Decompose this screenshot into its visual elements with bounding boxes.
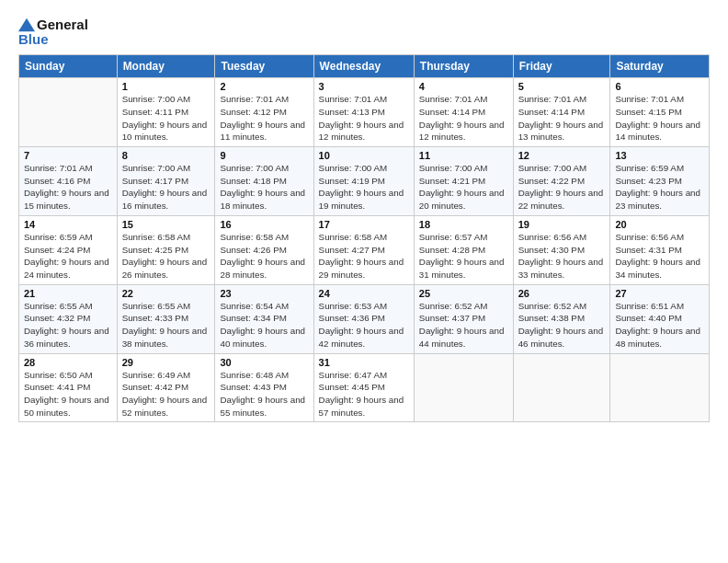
day-info: Sunrise: 6:57 AMSunset: 4:28 PMDaylight:… [419,231,508,282]
day-info: Sunrise: 6:48 AMSunset: 4:43 PMDaylight:… [220,369,308,419]
day-number: 4 [419,81,508,92]
calendar-cell: 12Sunrise: 7:00 AMSunset: 4:22 PMDayligh… [513,147,610,216]
day-number: 8 [122,150,210,161]
day-number: 10 [319,150,409,161]
logo-blue: Blue [18,31,49,47]
day-info: Sunrise: 6:56 AMSunset: 4:30 PMDaylight:… [518,231,606,282]
calendar-cell: 7Sunrise: 7:01 AMSunset: 4:16 PMDaylight… [19,147,118,216]
day-info: Sunrise: 6:58 AMSunset: 4:26 PMDaylight:… [220,231,308,282]
calendar-cell: 5Sunrise: 7:01 AMSunset: 4:14 PMDaylight… [513,78,610,147]
svg-marker-0 [18,18,35,31]
day-number: 29 [122,357,210,368]
calendar-week-2: 7Sunrise: 7:01 AMSunset: 4:16 PMDaylight… [19,147,710,216]
day-info: Sunrise: 6:53 AMSunset: 4:36 PMDaylight:… [319,300,409,350]
calendar-cell [513,353,610,422]
day-number: 26 [518,288,606,299]
day-info: Sunrise: 7:00 AMSunset: 4:11 PMDaylight:… [122,93,210,144]
day-number: 28 [24,357,112,368]
calendar-cell: 30Sunrise: 6:48 AMSunset: 4:43 PMDayligh… [215,353,313,422]
header-friday: Friday [513,55,610,78]
calendar-cell: 22Sunrise: 6:55 AMSunset: 4:33 PMDayligh… [117,284,215,353]
day-number: 16 [220,219,308,230]
calendar-cell: 13Sunrise: 6:59 AMSunset: 4:23 PMDayligh… [610,147,710,216]
calendar-cell: 21Sunrise: 6:55 AMSunset: 4:32 PMDayligh… [19,284,118,353]
day-info: Sunrise: 6:58 AMSunset: 4:25 PMDaylight:… [122,231,210,282]
day-number: 17 [319,219,409,230]
calendar-cell [19,78,118,147]
day-info: Sunrise: 7:01 AMSunset: 4:14 PMDaylight:… [518,93,606,144]
day-number: 5 [518,81,606,92]
day-number: 11 [419,150,508,161]
day-number: 25 [419,288,508,299]
calendar-cell: 24Sunrise: 6:53 AMSunset: 4:36 PMDayligh… [313,284,414,353]
day-number: 9 [220,150,308,161]
day-number: 6 [615,81,704,92]
calendar-cell: 29Sunrise: 6:49 AMSunset: 4:42 PMDayligh… [117,353,215,422]
day-number: 24 [319,288,409,299]
header: General Blue [18,17,710,47]
calendar-week-4: 21Sunrise: 6:55 AMSunset: 4:32 PMDayligh… [19,284,710,353]
day-number: 7 [24,150,112,161]
day-number: 22 [122,288,210,299]
calendar-cell: 11Sunrise: 7:00 AMSunset: 4:21 PMDayligh… [414,147,513,216]
day-info: Sunrise: 6:52 AMSunset: 4:37 PMDaylight:… [419,300,508,350]
day-info: Sunrise: 6:51 AMSunset: 4:40 PMDaylight:… [615,300,704,350]
day-number: 2 [220,81,308,92]
day-number: 23 [220,288,308,299]
calendar-week-5: 28Sunrise: 6:50 AMSunset: 4:41 PMDayligh… [19,353,710,422]
day-number: 13 [615,150,704,161]
day-info: Sunrise: 6:54 AMSunset: 4:34 PMDaylight:… [220,300,308,350]
day-info: Sunrise: 7:00 AMSunset: 4:22 PMDaylight:… [518,162,606,213]
header-thursday: Thursday [414,55,513,78]
day-number: 1 [122,81,210,92]
calendar-cell: 4Sunrise: 7:01 AMSunset: 4:14 PMDaylight… [414,78,513,147]
calendar-cell: 16Sunrise: 6:58 AMSunset: 4:26 PMDayligh… [215,215,313,284]
calendar-cell: 10Sunrise: 7:00 AMSunset: 4:19 PMDayligh… [313,147,414,216]
calendar-cell: 20Sunrise: 6:56 AMSunset: 4:31 PMDayligh… [610,215,710,284]
day-number: 18 [419,219,508,230]
day-info: Sunrise: 7:00 AMSunset: 4:18 PMDaylight:… [220,162,308,213]
calendar-cell: 14Sunrise: 6:59 AMSunset: 4:24 PMDayligh… [19,215,118,284]
day-info: Sunrise: 6:55 AMSunset: 4:32 PMDaylight:… [24,300,112,350]
calendar-cell: 26Sunrise: 6:52 AMSunset: 4:38 PMDayligh… [513,284,610,353]
calendar-cell [610,353,710,422]
day-number: 21 [24,288,112,299]
day-number: 20 [615,219,704,230]
logo: General Blue [18,17,88,47]
calendar-cell: 8Sunrise: 7:00 AMSunset: 4:17 PMDaylight… [117,147,215,216]
day-info: Sunrise: 6:50 AMSunset: 4:41 PMDaylight:… [24,369,112,419]
calendar-header-row: SundayMondayTuesdayWednesdayThursdayFrid… [19,55,710,78]
day-info: Sunrise: 7:01 AMSunset: 4:13 PMDaylight:… [319,93,409,144]
calendar-cell: 3Sunrise: 7:01 AMSunset: 4:13 PMDaylight… [313,78,414,147]
day-info: Sunrise: 6:55 AMSunset: 4:33 PMDaylight:… [122,300,210,350]
day-info: Sunrise: 6:52 AMSunset: 4:38 PMDaylight:… [518,300,606,350]
day-number: 12 [518,150,606,161]
calendar-cell [414,353,513,422]
day-info: Sunrise: 6:56 AMSunset: 4:31 PMDaylight:… [615,231,704,282]
day-info: Sunrise: 7:01 AMSunset: 4:16 PMDaylight:… [24,162,112,213]
day-number: 3 [319,81,409,92]
day-info: Sunrise: 7:01 AMSunset: 4:14 PMDaylight:… [419,93,508,144]
day-info: Sunrise: 6:59 AMSunset: 4:23 PMDaylight:… [615,162,704,213]
calendar-cell: 15Sunrise: 6:58 AMSunset: 4:25 PMDayligh… [117,215,215,284]
header-wednesday: Wednesday [313,55,414,78]
calendar-cell: 18Sunrise: 6:57 AMSunset: 4:28 PMDayligh… [414,215,513,284]
calendar-cell: 28Sunrise: 6:50 AMSunset: 4:41 PMDayligh… [19,353,118,422]
calendar-cell: 2Sunrise: 7:01 AMSunset: 4:12 PMDaylight… [215,78,313,147]
header-monday: Monday [117,55,215,78]
calendar-table: SundayMondayTuesdayWednesdayThursdayFrid… [18,54,710,422]
day-number: 27 [615,288,704,299]
calendar-cell: 17Sunrise: 6:58 AMSunset: 4:27 PMDayligh… [313,215,414,284]
calendar-cell: 23Sunrise: 6:54 AMSunset: 4:34 PMDayligh… [215,284,313,353]
header-tuesday: Tuesday [215,55,313,78]
day-number: 14 [24,219,112,230]
day-info: Sunrise: 7:01 AMSunset: 4:12 PMDaylight:… [220,93,308,144]
day-info: Sunrise: 7:00 AMSunset: 4:21 PMDaylight:… [419,162,508,213]
day-info: Sunrise: 7:01 AMSunset: 4:15 PMDaylight:… [615,93,704,144]
calendar-week-1: 1Sunrise: 7:00 AMSunset: 4:11 PMDaylight… [19,78,710,147]
calendar-cell: 6Sunrise: 7:01 AMSunset: 4:15 PMDaylight… [610,78,710,147]
calendar-cell: 19Sunrise: 6:56 AMSunset: 4:30 PMDayligh… [513,215,610,284]
day-number: 30 [220,357,308,368]
calendar-week-3: 14Sunrise: 6:59 AMSunset: 4:24 PMDayligh… [19,215,710,284]
header-saturday: Saturday [610,55,710,78]
